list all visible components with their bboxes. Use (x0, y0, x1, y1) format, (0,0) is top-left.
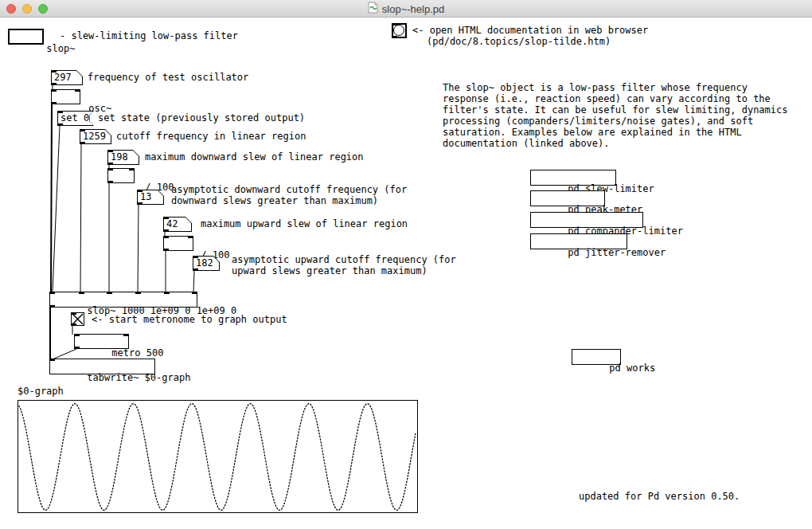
inlet-nub (51, 70, 57, 72)
inlet-nub (123, 334, 129, 336)
outlet-nub (392, 36, 397, 38)
comment-description-line: processing (companders/limiters/noise ga… (443, 116, 753, 127)
number-box-max-up-slew[interactable]: 42 (163, 217, 192, 232)
inlet-nub (193, 256, 198, 258)
inlet-nub (163, 217, 169, 219)
inlet-nub (80, 129, 85, 131)
outlet-nub (74, 347, 80, 349)
titlebar: slop~-help.pd (0, 0, 812, 18)
outlet-nub (49, 305, 55, 308)
inlet-nub (75, 89, 80, 92)
outlet-nub (80, 142, 85, 144)
number-box-cutoff[interactable]: 1259 (80, 129, 111, 144)
object-box-div100-a: / 100 (107, 168, 135, 183)
comment-test-frequency: frequency of test oscillator (88, 72, 248, 83)
outlet-nub (163, 249, 169, 251)
subpatch-jitter-remover[interactable]: pd jitter-remover (530, 233, 627, 249)
toggle-start-metro[interactable] (71, 312, 84, 326)
outlet-nub (163, 229, 169, 232)
inlet-nub (74, 334, 80, 336)
inlet-nub (188, 236, 193, 238)
object-box-metro: metro 500 (74, 334, 129, 349)
subpatch-works[interactable]: pd works (572, 349, 621, 365)
outlet-nub (193, 268, 198, 271)
bang-circle-icon (393, 25, 404, 36)
subpatch-compander-limiter[interactable]: pd compander-limiter (530, 212, 643, 228)
window-title: slop~-help.pd (382, 3, 444, 15)
inlet-nub (49, 359, 55, 361)
patch-canvas: slop~ - slew-limiting low-pass filter <-… (0, 18, 812, 529)
comment-updated: updated for Pd version 0.50. (579, 491, 740, 502)
object-box-slop: slop~ 1000 1e+09 0 1e+09 0 (49, 292, 197, 308)
comment-cutoff: cutoff frequency in linear region (116, 131, 306, 142)
comment-description-line: response (i.e., reaction speed) can vary… (443, 93, 771, 104)
outlet-nub (107, 181, 113, 183)
outlet-nub (137, 202, 142, 205)
comment-description-line: The slop~ object is a low-pass filter wh… (443, 82, 748, 93)
comment-asym-down-line2: downward slews greater than maximum) (171, 195, 378, 206)
comment-open-docs: <- open HTML documentation in web browse… (412, 25, 648, 36)
comment-asym-up-line1: asymptotic upward cutoff frequency (for (232, 254, 456, 265)
comment-asym-up-line2: upward slews greater than maximum) (232, 265, 427, 276)
comment-description-line: documentation (linked above). (443, 138, 610, 149)
number-box-max-down-slew[interactable]: 198 (107, 150, 139, 165)
inlet-nub (137, 190, 142, 192)
comment-set-state: set state (previously stored output) (98, 112, 305, 123)
comment-description-line: saturation. Examples below are explained… (443, 127, 742, 138)
comment-asym-down-line1: asymptotic downward cutoff frequency (fo… (171, 184, 407, 195)
inlet-nub (164, 292, 170, 294)
graph-array-display (18, 400, 418, 513)
outlet-nub (107, 163, 113, 165)
inlet-nub (163, 236, 169, 238)
inlet-nub (49, 292, 55, 294)
outlet-nub (57, 123, 63, 126)
outlet-nub (51, 83, 57, 85)
outlet-nub (71, 323, 76, 326)
inlet-nub (57, 111, 63, 113)
inlet-nub (129, 168, 135, 170)
pd-patch-window: slop~-help.pd slop~ - slew-limiting low-… (0, 0, 812, 529)
subpatch-slew-limiter[interactable]: pd slew-limiter (530, 170, 616, 186)
inlet-nub (51, 89, 57, 92)
inlet-nub (107, 292, 112, 294)
object-box-div100-b: / 100 (163, 236, 193, 251)
object-box-slop-header: slop~ (8, 29, 44, 45)
inlet-nub (79, 292, 84, 294)
object-box-tabwrite: tabwrite~ $0-graph (49, 359, 155, 374)
number-box-test-frequency[interactable]: 297 (51, 70, 83, 85)
message-box-set-state[interactable]: set 0 (57, 111, 94, 126)
graph-label: $0-graph (18, 386, 64, 397)
comment-subject: - slew-limiting low-pass filter (60, 30, 238, 41)
comment-docs-path: (pd/doc/8.topics/slop-tilde.htm) (427, 36, 611, 47)
inlet-nub (107, 150, 113, 152)
object-box-osc: osc~ (51, 89, 80, 104)
inlet-nub (135, 292, 141, 294)
inlet-nub (107, 168, 113, 170)
inlet-nub (71, 312, 76, 315)
comment-max-up-slew: maximum upward slew of linear region (201, 218, 408, 229)
inlet-nub (192, 292, 197, 294)
document-icon (368, 2, 378, 17)
comment-start-metro: <- start metronome to graph output (92, 314, 287, 325)
sine-waveform (18, 401, 417, 512)
outlet-nub (51, 102, 57, 104)
bang-open-docs[interactable] (392, 23, 407, 38)
subpatch-peak-meter[interactable]: pd peak-meter (530, 190, 605, 206)
inlet-nub (392, 23, 397, 25)
comment-description-line: filter's state. It can be useful for sle… (443, 104, 787, 116)
comment-max-down-slew: maximum downward slew of linear region (145, 151, 364, 163)
